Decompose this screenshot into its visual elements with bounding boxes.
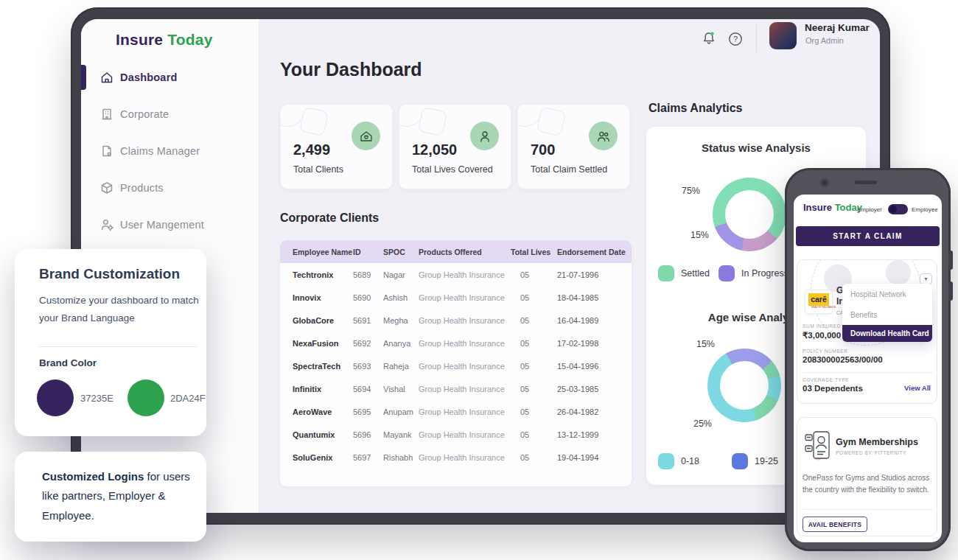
sidebar-item-corporate[interactable]: Corporate (81, 96, 259, 133)
table-row[interactable]: SpectraTech5693RahejaGroup Health Insura… (280, 354, 632, 377)
status-callout-15: 15% (676, 230, 709, 240)
phone-power-button (948, 281, 953, 301)
menu-item-hospital-network[interactable]: Hospital Network (842, 284, 932, 304)
customized-logins-text: Customized Logins for users like partner… (42, 467, 198, 525)
table-cell: 25-03-1985 (557, 377, 632, 400)
gym-phone-illustration-icon (804, 430, 833, 463)
table-cell: 05 (511, 354, 557, 377)
table-row[interactable]: NexaFusion5692AnanyaGroup Health Insuran… (280, 332, 632, 354)
table-row[interactable]: Techtronix5689NagarGroup Health Insuranc… (280, 263, 632, 286)
table-cell: Group Health Insurance (419, 332, 511, 354)
table-row[interactable]: GlobaCore5691MeghaGroup Health Insurance… (280, 309, 632, 332)
coverage-type-value: 03 Dependents (803, 384, 863, 393)
table-cell: Mayank (383, 423, 419, 446)
svg-text:?: ? (733, 35, 738, 43)
start-a-claim-button[interactable]: START A CLAIM (796, 226, 940, 246)
header-divider (756, 25, 757, 52)
customized-logins-card: Customized Logins for users like partner… (15, 452, 206, 542)
user-name: Neeraj Kumar (805, 22, 870, 33)
table-cell: 26-04-1982 (557, 400, 632, 423)
table-cell: 16-04-1989 (557, 309, 632, 332)
home-heart-icon (352, 122, 380, 150)
column-header: SPOC (383, 240, 419, 263)
toggle-knob (889, 206, 897, 213)
stat-label: Total Claim Settled (531, 164, 607, 175)
table-row[interactable]: SoluGenix5697RishabhGroup Health Insuran… (280, 446, 632, 469)
phone-app-logo: Insure Today (803, 202, 862, 213)
table-cell: 05 (511, 423, 557, 446)
sidebar-item-user-management[interactable]: User Mangement (81, 206, 259, 243)
table-cell: Group Health Insurance (419, 286, 511, 309)
decorative-square (536, 107, 566, 136)
table-cell: Innovix (280, 286, 353, 309)
table-cell: 5694 (353, 377, 383, 400)
status-donut-chart (713, 178, 786, 251)
table-cell: 17-02-1998 (557, 332, 632, 354)
customized-logins-bold: Customized Logins (42, 470, 144, 483)
legend-in-progress: In Progress (718, 265, 789, 281)
gym-memberships-card: Gym Memberships POWERED BY: FITTERNITY O… (797, 417, 937, 536)
corporate-clients-table: Employee NameIDSPOCProducts OfferedTotal… (280, 240, 632, 486)
menu-item-benefits[interactable]: Benefits (842, 304, 932, 325)
building-icon (99, 107, 114, 122)
decorative-circle (886, 260, 911, 285)
gym-description: OnePass for Gyms and Studios across the … (803, 472, 934, 496)
package-icon (99, 181, 114, 195)
stat-label: Total Clients (293, 164, 343, 175)
stat-value: 2,499 (293, 141, 330, 158)
corporate-clients-title: Corporate Clients (280, 211, 379, 225)
user-settings-icon (99, 217, 114, 232)
brand-customization-card: Brand Customization Customize your dashb… (15, 249, 206, 436)
table-cell: Group Health Insurance (419, 400, 511, 423)
sidebar-item-dashboard[interactable]: Dashboard (81, 59, 259, 96)
legend-swatch (658, 453, 674, 469)
brand-color-green-hex: 2DA24F (170, 393, 206, 404)
avail-benefits-button[interactable]: AVAIL BENEFITS (803, 517, 867, 532)
divider (803, 509, 933, 510)
care-logo-subtext: HEALTH INSURANCE (811, 306, 826, 308)
table-cell: 5696 (353, 423, 383, 446)
help-icon[interactable]: ? (727, 31, 744, 47)
policy-card: ▾ carē HEALTH INSURANCE G In CA Hospital… (797, 259, 937, 404)
phone-screen: Insure Today Employer Employee START A C… (794, 195, 942, 542)
sidebar-item-label: User Mangement (120, 219, 204, 231)
table-cell: 05 (511, 446, 557, 469)
employer-employee-toggle[interactable] (888, 204, 908, 214)
status-callout-75: 75% (667, 186, 700, 196)
sidebar-item-label: Dashboard (120, 71, 178, 83)
view-all-link[interactable]: View All (904, 384, 931, 392)
table-row[interactable]: Infinitix5694VishalGroup Health Insuranc… (280, 377, 632, 400)
logo-primary: Insure (116, 31, 163, 48)
sidebar-item-products[interactable]: Products (81, 169, 259, 206)
brand-customization-body: Customize your dashboard to match your B… (39, 292, 209, 328)
brand-color-purple-swatch (37, 379, 74, 416)
menu-item-download-health-card[interactable]: Download Health Card (842, 325, 932, 342)
bell-icon[interactable] (701, 30, 717, 46)
sidebar-item-claims-manager[interactable]: Claims Manager (81, 133, 259, 169)
gym-memberships-title: Gym Memberships (836, 437, 918, 447)
home-icon (99, 70, 114, 85)
sidebar-item-label: Claims Manager (120, 145, 200, 157)
table-row[interactable]: Innovix5690AshishGroup Health Insurance0… (280, 286, 632, 309)
table-cell: SpectraTech (280, 354, 353, 377)
table-cell: Group Health Insurance (419, 423, 511, 446)
table-cell: Group Health Insurance (419, 309, 511, 332)
table-cell: Megha (383, 309, 419, 332)
table-cell: Group Health Insurance (419, 263, 511, 286)
legend-age-19-25: 19-25 (732, 453, 778, 469)
table-row[interactable]: Quantumix5696MayankGroup Health Insuranc… (280, 423, 632, 446)
table-cell: 5692 (353, 332, 383, 354)
stat-card-total-lives: 12,050 Total Lives Covered (399, 104, 511, 189)
policy-number-label: POLICY NUMBER (803, 349, 848, 354)
table-cell: Group Health Insurance (419, 377, 511, 400)
table-header: Employee NameIDSPOCProducts OfferedTotal… (280, 240, 632, 263)
table-cell: Ananya (383, 332, 419, 354)
decorative-square (418, 107, 447, 136)
sum-insured-value: ₹3,00,000 (803, 330, 841, 340)
table-cell: 5691 (353, 309, 383, 332)
sidebar-item-label: Products (120, 182, 164, 194)
avatar[interactable] (769, 22, 797, 49)
table-row[interactable]: AeroWave5695AnupamGroup Health Insurance… (280, 400, 632, 423)
chevron-down-icon[interactable]: ▾ (920, 273, 932, 284)
table-cell: 05 (511, 286, 557, 309)
